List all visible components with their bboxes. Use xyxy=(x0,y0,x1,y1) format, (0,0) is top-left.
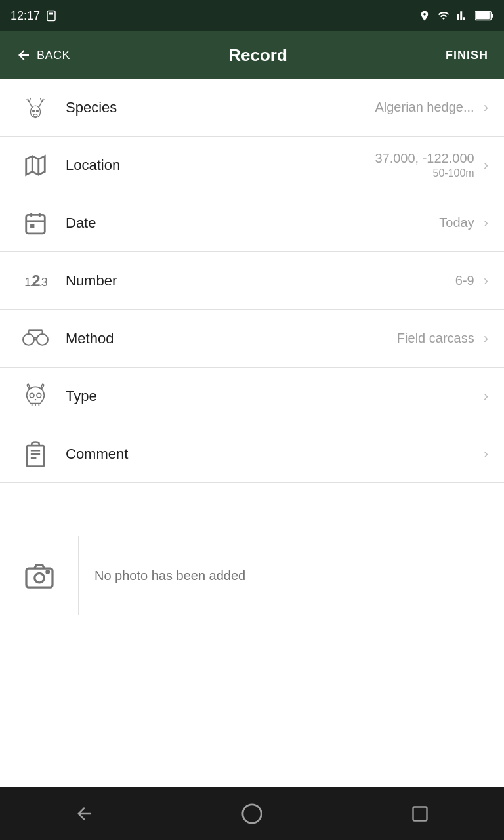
svg-rect-1 xyxy=(49,13,53,15)
finish-button[interactable]: FINISH xyxy=(446,49,488,62)
svg-rect-44 xyxy=(413,807,427,821)
clipboard-icon xyxy=(16,441,55,467)
number-value: 6-9 › xyxy=(455,272,488,289)
type-chevron: › xyxy=(484,388,488,405)
binoculars-icon xyxy=(16,328,55,349)
camera-icon-area xyxy=(0,536,79,615)
photo-section[interactable]: No photo has been added xyxy=(0,536,504,615)
location-row[interactable]: Location 37.000, -122.000 50-100m › xyxy=(0,136,504,194)
number-label: Number xyxy=(55,272,455,289)
type-value: › xyxy=(474,388,488,405)
date-chevron: › xyxy=(484,215,488,232)
wifi-icon xyxy=(437,10,450,22)
method-label: Method xyxy=(55,330,397,347)
number-row[interactable]: 1.2.3 Number 6-9 › xyxy=(0,252,504,310)
svg-point-41 xyxy=(34,573,44,583)
number-icon: 1.2.3 xyxy=(16,272,55,290)
back-button[interactable]: BACK xyxy=(16,47,70,63)
date-row[interactable]: Date Today › xyxy=(0,194,504,252)
method-chevron: › xyxy=(484,330,488,347)
sim-icon xyxy=(45,10,57,22)
signal-icon xyxy=(457,10,469,22)
svg-point-43 xyxy=(243,805,261,823)
svg-rect-23 xyxy=(30,224,34,228)
deer-icon xyxy=(16,94,55,121)
svg-rect-3 xyxy=(476,12,490,19)
map-icon xyxy=(16,153,55,178)
method-row[interactable]: Method Field carcass › xyxy=(0,310,504,368)
time-display: 12:17 xyxy=(10,9,40,23)
record-form: Species Algerian hedge... › Location 37.… xyxy=(0,79,504,788)
svg-point-14 xyxy=(33,110,35,112)
svg-point-42 xyxy=(46,571,49,574)
svg-point-15 xyxy=(37,110,39,112)
svg-line-13 xyxy=(41,98,42,102)
species-value: Algerian hedge... › xyxy=(375,99,488,116)
svg-point-16 xyxy=(33,114,37,116)
species-row[interactable]: Species Algerian hedge... › xyxy=(0,79,504,136)
type-row[interactable]: Type › xyxy=(0,368,504,425)
bottom-nav xyxy=(0,788,504,840)
svg-line-10 xyxy=(39,102,41,107)
no-photo-text: No photo has been added xyxy=(79,568,261,583)
svg-point-32 xyxy=(37,393,41,398)
location-chevron: › xyxy=(484,157,488,174)
back-arrow-icon xyxy=(16,47,32,63)
recent-nav-button[interactable] xyxy=(400,794,440,833)
comment-label: Comment xyxy=(55,446,474,463)
svg-rect-0 xyxy=(47,11,55,21)
home-nav-button[interactable] xyxy=(232,794,272,833)
type-label: Type xyxy=(55,388,474,405)
svg-line-9 xyxy=(30,98,31,102)
page-title: Record xyxy=(228,45,287,66)
location-icon xyxy=(419,10,430,22)
location-value: 37.000, -122.000 50-100m › xyxy=(375,151,488,179)
species-chevron: › xyxy=(484,99,488,116)
number-chevron: › xyxy=(484,272,488,289)
comment-row[interactable]: Comment › xyxy=(0,425,504,483)
location-label: Location xyxy=(55,157,375,174)
skull-icon xyxy=(16,383,55,410)
svg-point-25 xyxy=(37,334,48,345)
svg-point-31 xyxy=(30,393,34,398)
date-value: Today › xyxy=(439,215,488,232)
calendar-icon xyxy=(16,211,55,236)
svg-line-6 xyxy=(30,102,32,107)
svg-rect-36 xyxy=(27,446,44,466)
comment-chevron: › xyxy=(484,446,488,463)
species-label: Species xyxy=(55,99,375,116)
status-bar: 12:17 xyxy=(0,0,504,32)
date-label: Date xyxy=(55,215,439,232)
battery-icon xyxy=(475,10,494,21)
svg-rect-19 xyxy=(26,215,45,234)
app-bar: BACK Record FINISH xyxy=(0,32,504,79)
back-label: BACK xyxy=(37,49,70,62)
svg-rect-4 xyxy=(491,14,494,18)
svg-point-24 xyxy=(23,334,34,345)
comment-value: › xyxy=(474,446,488,463)
method-value: Field carcass › xyxy=(397,330,488,347)
spacer xyxy=(0,483,504,536)
back-nav-button[interactable] xyxy=(64,794,104,833)
